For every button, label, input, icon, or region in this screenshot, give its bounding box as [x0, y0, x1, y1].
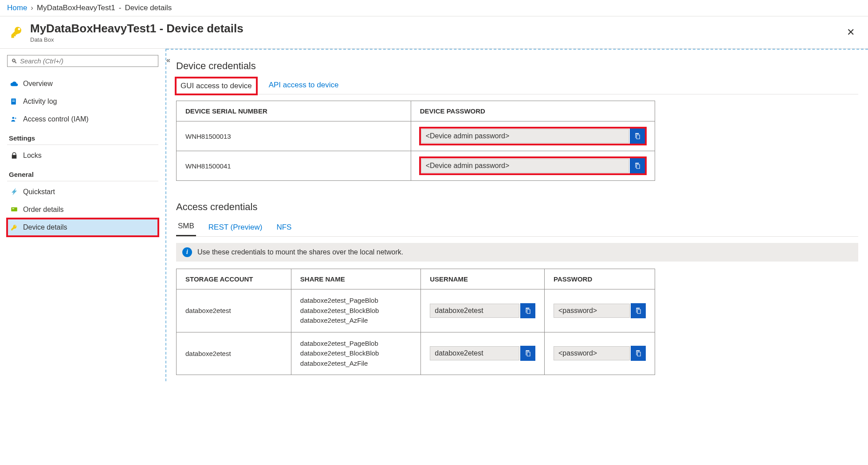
col-share: SHARE NAME: [291, 269, 420, 289]
sidebar-group-settings: Settings: [7, 128, 158, 145]
access-credentials-table: STORAGE ACCOUNT SHARE NAME USERNAME PASS…: [176, 269, 655, 375]
cloud-icon: [10, 79, 19, 88]
search-input[interactable]: [20, 57, 154, 65]
sidebar-item-label: Quickstart: [23, 188, 55, 196]
share-password-field[interactable]: <password>: [554, 346, 630, 360]
info-icon: i: [182, 247, 192, 257]
sidebar-item-locks[interactable]: Locks: [7, 147, 158, 164]
key-icon: [9, 24, 25, 40]
order-icon: [10, 205, 19, 214]
col-pw: PASSWORD: [544, 269, 655, 289]
collapse-sidebar-button[interactable]: «: [166, 56, 170, 64]
share-names: databoxe2etest_PageBlob databoxe2etest_B…: [291, 332, 420, 375]
storage-value: databoxe2etest: [177, 332, 291, 375]
share-password-field[interactable]: <password>: [554, 304, 630, 318]
tab-nfs[interactable]: NFS: [275, 220, 293, 236]
col-user: USERNAME: [421, 269, 545, 289]
sidebar-item-label: Locks: [23, 152, 42, 160]
sidebar-item-label: Order details: [23, 206, 64, 214]
breadcrumb: Home › MyDataBoxHeavyTest1 - Device deta…: [0, 0, 868, 16]
close-button[interactable]: ✕: [842, 24, 859, 41]
page-header: MyDataBoxHeavyTest1 - Device details Dat…: [0, 16, 868, 49]
storage-value: databoxe2etest: [177, 289, 291, 332]
serial-value: WNH81500041: [177, 151, 411, 181]
copy-share-password-button[interactable]: [631, 303, 646, 318]
search-icon: 🔍︎: [11, 58, 17, 65]
device-row: WNH81500041 <Device admin password>: [177, 151, 655, 181]
device-credentials-table: DEVICE SERIAL NUMBER DEVICE PASSWORD WNH…: [176, 101, 655, 181]
copy-password-button[interactable]: [630, 129, 645, 144]
device-credentials-tabs: GUI access to device API access to devic…: [176, 78, 858, 94]
people-icon: [10, 115, 19, 124]
access-credentials-title: Access credentials: [176, 201, 858, 213]
sidebar-item-order-details[interactable]: Order details: [7, 201, 158, 219]
svg-point-4: [15, 117, 16, 119]
info-banner: i Use these credentials to mount the sha…: [176, 243, 858, 262]
device-password-field[interactable]: <Device admin password>: [421, 129, 629, 143]
svg-rect-6: [12, 208, 15, 209]
log-icon: [10, 97, 19, 106]
svg-point-3: [12, 117, 15, 119]
sidebar-item-overview[interactable]: Overview: [7, 75, 158, 93]
sidebar-group-general: General: [7, 164, 158, 181]
breadcrumb-resource[interactable]: MyDataBoxHeavyTest1: [37, 4, 115, 12]
copy-username-button[interactable]: [520, 303, 535, 318]
sidebar-item-device-details[interactable]: Device details: [7, 219, 158, 236]
device-row: WNH81500013 <Device admin password>: [177, 121, 655, 151]
lock-icon: [10, 151, 19, 160]
page-subtitle: Data Box: [30, 36, 244, 43]
sidebar-item-activity-log[interactable]: Activity log: [7, 93, 158, 110]
serial-value: WNH81500013: [177, 121, 411, 151]
col-password: DEVICE PASSWORD: [411, 101, 655, 121]
sidebar-item-label: Overview: [23, 80, 53, 88]
svg-rect-5: [11, 207, 17, 211]
sidebar-item-quickstart[interactable]: Quickstart: [7, 183, 158, 201]
col-storage: STORAGE ACCOUNT: [177, 269, 291, 289]
sidebar: 🔍︎ « Overview Activity log Access contro…: [0, 49, 166, 381]
sidebar-item-label: Activity log: [23, 98, 57, 106]
tab-api-access[interactable]: API access to device: [267, 78, 341, 94]
sidebar-item-access-control[interactable]: Access control (IAM): [7, 110, 158, 128]
device-password-field[interactable]: <Device admin password>: [421, 159, 629, 173]
device-key-icon: [10, 223, 19, 232]
breadcrumb-page: Device details: [125, 4, 172, 12]
tab-rest[interactable]: REST (Preview): [207, 220, 264, 236]
sidebar-item-label: Access control (IAM): [23, 115, 89, 123]
svg-rect-2: [12, 101, 15, 102]
quickstart-icon: [10, 188, 19, 196]
tab-smb[interactable]: SMB: [176, 219, 196, 236]
info-text: Use these credentials to mount the share…: [197, 248, 403, 256]
username-field[interactable]: databoxe2etest: [430, 304, 519, 318]
access-credentials-tabs: SMB REST (Preview) NFS: [176, 219, 858, 237]
page-title: MyDataBoxHeavyTest1 - Device details: [30, 22, 244, 35]
main-content: Device credentials GUI access to device …: [166, 49, 868, 381]
copy-password-button[interactable]: [630, 158, 645, 173]
tab-gui-access[interactable]: GUI access to device: [176, 78, 256, 94]
svg-rect-1: [12, 100, 15, 100]
username-field[interactable]: databoxe2etest: [430, 346, 519, 360]
share-row: databoxe2etest databoxe2etest_PageBlob d…: [177, 289, 655, 332]
share-names: databoxe2etest_PageBlob databoxe2etest_B…: [291, 289, 420, 332]
col-serial: DEVICE SERIAL NUMBER: [177, 101, 411, 121]
copy-username-button[interactable]: [520, 346, 535, 361]
breadcrumb-sep: ›: [31, 4, 33, 12]
sidebar-search[interactable]: 🔍︎ «: [7, 55, 158, 67]
share-row: databoxe2etest databoxe2etest_PageBlob d…: [177, 332, 655, 375]
sidebar-item-label: Device details: [23, 223, 67, 231]
device-credentials-title: Device credentials: [176, 60, 858, 72]
copy-share-password-button[interactable]: [631, 346, 646, 361]
breadcrumb-home[interactable]: Home: [7, 4, 27, 12]
